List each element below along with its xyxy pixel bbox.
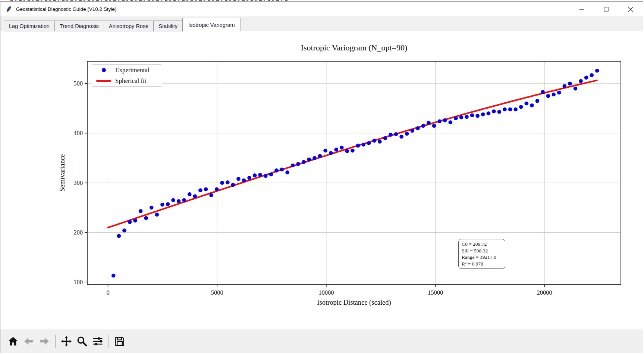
- close-button[interactable]: [618, 2, 643, 16]
- data-point: [405, 132, 409, 136]
- data-point: [285, 170, 289, 174]
- data-point: [584, 76, 588, 80]
- legend-key: [92, 80, 115, 82]
- tab-label: Stability: [158, 23, 178, 29]
- axes-spines: [87, 61, 621, 285]
- figure-canvas: 05000100001500020000100200300400500 Isot…: [0, 31, 643, 329]
- save-button[interactable]: [112, 333, 128, 350]
- fit-line-marker-icon: [96, 80, 111, 82]
- data-point: [508, 108, 512, 112]
- data-point: [269, 173, 273, 177]
- data-point: [546, 94, 550, 98]
- legend-entry-experimental: Experimental: [92, 65, 162, 75]
- data-point: [280, 167, 284, 171]
- data-point: [182, 198, 186, 202]
- maximize-button[interactable]: [594, 2, 618, 16]
- app-window: Geostatistical Diagnostic Guide (V10.2 S…: [0, 1, 643, 353]
- data-point: [274, 168, 279, 173]
- data-point: [155, 212, 159, 217]
- legend-label: Spherical fit: [115, 77, 147, 85]
- data-point: [253, 173, 257, 177]
- toolbar-separator: [55, 335, 56, 348]
- data-point: [177, 199, 181, 203]
- data-point: [459, 115, 464, 119]
- y-tick-label: 400: [73, 130, 83, 137]
- data-point: [574, 87, 578, 91]
- configure-subplots-button[interactable]: [90, 333, 106, 350]
- save-floppy-icon: [114, 336, 125, 347]
- legend-label: Experimental: [115, 66, 150, 74]
- legend-entry-spherical-fit: Spherical fit: [92, 75, 162, 86]
- zoom-button[interactable]: [74, 333, 90, 350]
- data-point: [448, 120, 452, 124]
- tab-label: Lag Optimization: [9, 23, 50, 29]
- data-point: [399, 135, 403, 139]
- tab-label: Anisotropy Rose: [109, 23, 148, 29]
- data-point: [486, 111, 490, 115]
- x-axis-label: Isotropic Distance (scaled): [87, 299, 621, 307]
- tab-lag-optimization[interactable]: Lag Optimization: [4, 21, 55, 31]
- y-tick-label: 300: [73, 179, 83, 186]
- data-point: [231, 183, 235, 187]
- data-point: [296, 162, 300, 166]
- x-tick-label: 10000: [318, 289, 334, 296]
- data-point: [475, 114, 480, 118]
- y-axis-label: Semivariance: [59, 154, 66, 192]
- data-point: [166, 202, 170, 206]
- data-point: [394, 132, 398, 136]
- spherical-fit-line: [108, 80, 597, 227]
- data-point: [497, 110, 502, 114]
- home-button[interactable]: [5, 333, 21, 350]
- data-point: [264, 174, 268, 178]
- data-point: [160, 203, 164, 207]
- data-point: [318, 154, 322, 158]
- tab-anisotropy-rose[interactable]: Anisotropy Rose: [104, 21, 154, 31]
- minimize-button[interactable]: [569, 2, 594, 16]
- tab-stability[interactable]: Stability: [154, 21, 183, 31]
- back-arrow-icon: [23, 336, 34, 347]
- data-point: [383, 136, 387, 140]
- data-point: [258, 173, 262, 177]
- tab-label: Isotropic Variogram: [188, 22, 235, 28]
- data-point: [334, 148, 338, 152]
- tab-label: Trend Diagnosis: [60, 23, 99, 29]
- data-point: [171, 198, 175, 202]
- window-title: Geostatistical Diagnostic Guide (V10.2 S…: [16, 6, 116, 12]
- data-point: [367, 141, 371, 145]
- forward-button[interactable]: [37, 333, 52, 350]
- data-point: [122, 229, 126, 233]
- data-point: [454, 117, 458, 121]
- tab-isotropic-variogram[interactable]: Isotropic Variogram: [182, 18, 241, 31]
- data-point: [242, 178, 246, 183]
- tab-trend-diagnosis[interactable]: Trend Diagnosis: [55, 21, 104, 31]
- y-tick-label: 200: [73, 229, 83, 236]
- data-point: [144, 216, 148, 220]
- data-point: [410, 129, 414, 133]
- screen: Geostatistical Diagnostic Guide (V10.2 S…: [0, 0, 644, 354]
- data-point: [329, 151, 333, 155]
- data-point: [432, 124, 436, 128]
- data-point: [492, 109, 496, 114]
- data-point: [590, 73, 594, 77]
- data-point: [530, 103, 534, 108]
- magnifier-icon: [76, 336, 88, 347]
- data-point: [541, 90, 545, 94]
- data-point: [204, 187, 208, 192]
- data-point: [302, 160, 306, 164]
- data-point: [503, 108, 507, 112]
- data-point: [437, 119, 442, 123]
- data-point: [535, 99, 540, 103]
- data-point: [220, 181, 224, 185]
- annot-c0: C0 = 209.72: [462, 241, 502, 248]
- data-point: [557, 90, 561, 94]
- data-point: [470, 114, 474, 118]
- data-point: [215, 187, 219, 192]
- back-button[interactable]: [21, 333, 37, 350]
- annot-range: Range = 39217.0: [462, 254, 502, 261]
- legend-key: [92, 68, 115, 72]
- y-tick-label: 100: [73, 279, 83, 286]
- data-point: [209, 193, 213, 198]
- data-point: [291, 164, 295, 168]
- pan-button[interactable]: [59, 333, 74, 350]
- data-point: [340, 146, 344, 150]
